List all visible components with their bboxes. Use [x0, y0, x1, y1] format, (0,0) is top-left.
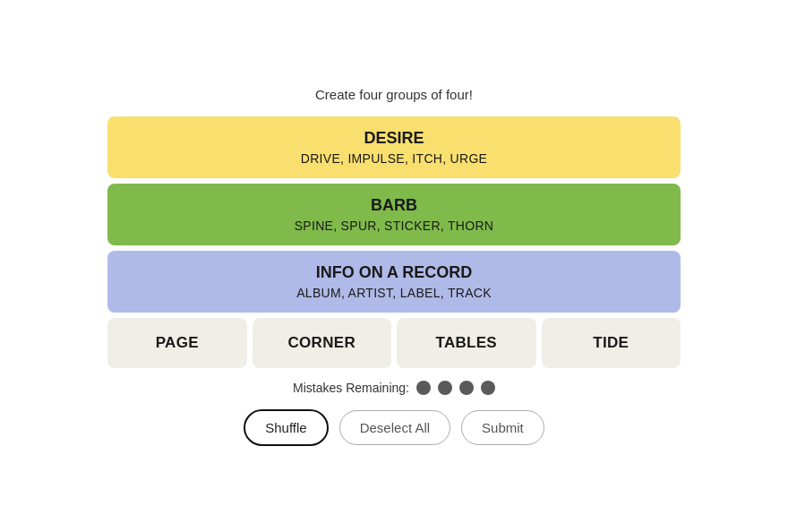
word-card-corner[interactable]: CORNER	[253, 318, 392, 368]
group-blue-title: INFO ON A RECORD	[125, 263, 663, 282]
word-card-tables[interactable]: TABLES	[397, 318, 536, 368]
word-grid: PAGE CORNER TABLES TIDE	[107, 318, 681, 368]
submit-button[interactable]: Submit	[461, 410, 544, 445]
group-green: BARB SPINE, SPUR, STICKER, THORN	[107, 184, 681, 245]
group-blue-words: ALBUM, ARTIST, LABEL, TRACK	[125, 286, 663, 300]
word-card-tide[interactable]: TIDE	[542, 318, 681, 368]
game-container: Create four groups of four! DESIRE DRIVE…	[107, 87, 681, 446]
group-yellow-title: DESIRE	[125, 129, 663, 148]
mistake-dot-1	[416, 381, 431, 395]
group-yellow-words: DRIVE, IMPULSE, ITCH, URGE	[125, 151, 663, 166]
mistake-dot-3	[459, 381, 474, 395]
buttons-row: Shuffle Deselect All Submit	[244, 409, 544, 446]
instruction-text: Create four groups of four!	[315, 87, 473, 102]
mistakes-label: Mistakes Remaining:	[293, 381, 409, 395]
shuffle-button[interactable]: Shuffle	[244, 409, 328, 446]
word-card-page[interactable]: PAGE	[107, 318, 247, 368]
group-green-words: SPINE, SPUR, STICKER, THORN	[125, 219, 663, 233]
mistakes-row: Mistakes Remaining:	[293, 381, 495, 395]
group-yellow: DESIRE DRIVE, IMPULSE, ITCH, URGE	[107, 116, 681, 178]
mistake-dot-2	[438, 381, 452, 395]
groups-area: DESIRE DRIVE, IMPULSE, ITCH, URGE BARB S…	[107, 116, 681, 313]
group-green-title: BARB	[125, 196, 663, 215]
group-blue: INFO ON A RECORD ALBUM, ARTIST, LABEL, T…	[107, 251, 681, 313]
deselect-button[interactable]: Deselect All	[339, 410, 450, 445]
mistake-dot-4	[481, 381, 495, 395]
